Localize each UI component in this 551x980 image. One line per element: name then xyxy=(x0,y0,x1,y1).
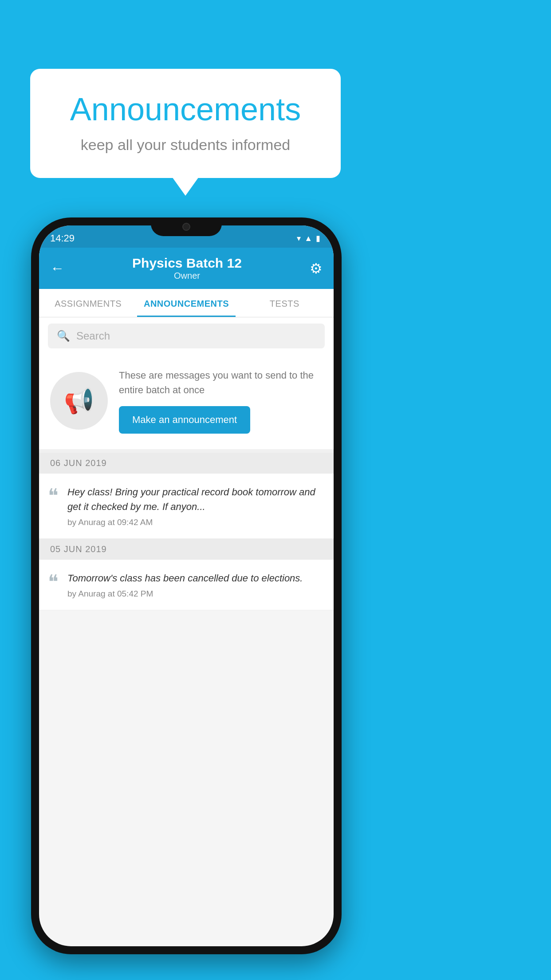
date-separator-june5: 05 JUN 2019 xyxy=(39,539,334,560)
search-icon: 🔍 xyxy=(57,330,70,342)
batch-title: Physics Batch 12 xyxy=(132,256,242,271)
search-placeholder: Search xyxy=(76,330,110,342)
bubble-subtitle: keep all your students informed xyxy=(57,136,314,154)
announcement-meta-2: by Anurag at 05:42 PM xyxy=(67,589,323,599)
batch-subtitle: Owner xyxy=(132,271,242,281)
search-container: 🔍 Search xyxy=(39,317,334,355)
promo-card: 📢 These are messages you want to send to… xyxy=(39,355,334,453)
speech-bubble-container: Announcements keep all your students inf… xyxy=(30,69,341,178)
make-announcement-button[interactable]: Make an announcement xyxy=(119,406,250,434)
promo-description: These are messages you want to send to t… xyxy=(119,368,323,397)
announcement-content-2: Tomorrow's class has been cancelled due … xyxy=(67,571,323,599)
announcement-item-1[interactable]: ❝ Hey class! Bring your practical record… xyxy=(39,474,334,539)
tab-assignments[interactable]: ASSIGNMENTS xyxy=(39,289,137,317)
status-time: 14:29 xyxy=(50,233,75,244)
phone-screen: 14:29 ▾ ▲ ▮ ← Physics Batch 12 Owner ⚙ xyxy=(39,225,334,946)
announcement-text-2: Tomorrow's class has been cancelled due … xyxy=(67,571,323,585)
tabs-bar: ASSIGNMENTS ANNOUNCEMENTS TESTS xyxy=(39,289,334,317)
battery-icon: ▮ xyxy=(316,233,320,243)
promo-right: These are messages you want to send to t… xyxy=(119,368,323,434)
phone-frame: 14:29 ▾ ▲ ▮ ← Physics Batch 12 Owner ⚙ xyxy=(31,217,342,954)
phone-camera xyxy=(182,223,190,231)
tab-announcements[interactable]: ANNOUNCEMENTS xyxy=(137,289,235,317)
megaphone-circle: 📢 xyxy=(50,372,108,430)
quote-icon-1: ❝ xyxy=(48,486,59,506)
quote-icon-2: ❝ xyxy=(48,573,59,592)
top-bar-center: Physics Batch 12 Owner xyxy=(132,256,242,281)
phone-wrapper: 14:29 ▾ ▲ ▮ ← Physics Batch 12 Owner ⚙ xyxy=(31,217,342,954)
announcement-text-1: Hey class! Bring your practical record b… xyxy=(67,485,323,514)
signal-icon: ▲ xyxy=(304,234,312,243)
announcement-item-2[interactable]: ❝ Tomorrow's class has been cancelled du… xyxy=(39,560,334,610)
phone-notch xyxy=(151,217,222,236)
back-button[interactable]: ← xyxy=(50,260,64,277)
top-bar: ← Physics Batch 12 Owner ⚙ xyxy=(39,248,334,289)
announcement-meta-1: by Anurag at 09:42 AM xyxy=(67,518,323,527)
wifi-icon: ▾ xyxy=(297,233,301,243)
speech-bubble: Announcements keep all your students inf… xyxy=(30,69,341,178)
date-separator-june6: 06 JUN 2019 xyxy=(39,453,334,474)
settings-icon[interactable]: ⚙ xyxy=(310,260,323,277)
tab-tests[interactable]: TESTS xyxy=(236,289,334,317)
status-icons: ▾ ▲ ▮ xyxy=(297,233,320,243)
search-bar[interactable]: 🔍 Search xyxy=(48,324,325,348)
megaphone-icon: 📢 xyxy=(64,387,94,415)
bubble-title: Announcements xyxy=(57,91,314,127)
announcement-content-1: Hey class! Bring your practical record b… xyxy=(67,485,323,527)
